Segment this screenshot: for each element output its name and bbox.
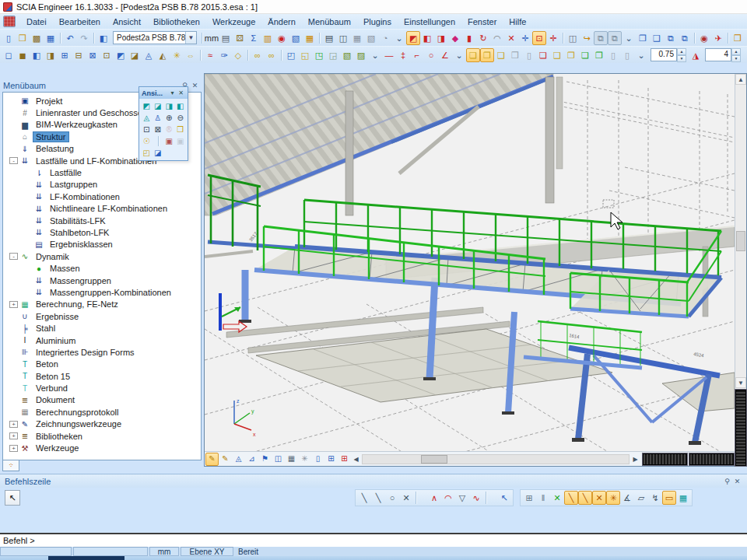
- toolbar-overflow-icon[interactable]: ⌄: [634, 48, 648, 62]
- 3d-scene[interactable]: 1614 4524 3617: [205, 74, 735, 451]
- separator[interactable]: [413, 491, 427, 505]
- tree-item[interactable]: ⇊ Stabilitäts-LFK: [5, 215, 201, 226]
- lock-nodes-icon[interactable]: ◆: [448, 31, 462, 45]
- tree-item[interactable]: T Verbund: [5, 382, 201, 394]
- scroll-right-icon[interactable]: ▶: [630, 453, 640, 465]
- move-crosshair-icon[interactable]: ✛: [546, 31, 560, 45]
- tree-expander-icon[interactable]: +: [9, 445, 18, 452]
- delete-filter-icon[interactable]: ✕: [504, 31, 518, 45]
- toolbar-overflow-icon[interactable]: ⌄: [368, 48, 382, 62]
- separator[interactable]: [279, 49, 284, 61]
- visibility-folder-icon[interactable]: ❒: [175, 124, 186, 135]
- snap-intersection-icon[interactable]: ✕: [399, 491, 413, 505]
- export-folder-icon[interactable]: ❒: [731, 31, 745, 45]
- activity-column-off-icon[interactable]: ◲: [326, 48, 340, 62]
- dim-aligned-icon[interactable]: ⌐: [410, 48, 424, 62]
- tree-item[interactable]: ╞ Stahl: [5, 322, 201, 334]
- view-y-icon[interactable]: ◪: [153, 100, 163, 112]
- close-icon[interactable]: ✕: [190, 82, 200, 89]
- scroll-left-icon[interactable]: ◀: [351, 453, 361, 465]
- printer-icon[interactable]: ▤: [322, 31, 336, 45]
- snap-tangent-icon[interactable]: ▽: [455, 491, 469, 505]
- redo-icon[interactable]: ↷: [77, 31, 91, 45]
- label-h1-icon[interactable]: ▯: [606, 48, 620, 62]
- effects-icon[interactable]: ✳: [298, 453, 311, 466]
- render-solid-icon[interactable]: ❑: [494, 48, 508, 62]
- separator[interactable]: [198, 49, 203, 61]
- gallery-icon[interactable]: ▧: [289, 31, 303, 45]
- tree-expander-icon[interactable]: -: [9, 253, 18, 260]
- link-1-icon[interactable]: ∞: [251, 48, 265, 62]
- menu-item[interactable]: Fenster: [461, 16, 503, 28]
- dim-vertical-icon[interactable]: ‡: [396, 48, 410, 62]
- scale-spinner[interactable]: 0.75 ▲▼: [651, 48, 686, 61]
- spinner-buttons[interactable]: ▲▼: [731, 48, 741, 61]
- snap-endpoint-icon[interactable]: ╲: [357, 491, 371, 505]
- layout-icon[interactable]: ▯: [311, 453, 324, 466]
- history-icon[interactable]: ◔: [378, 31, 392, 45]
- render-hidden-icon[interactable]: ❒: [508, 48, 522, 62]
- count-spinner-value[interactable]: 4: [705, 48, 731, 61]
- polygon-snap-icon[interactable]: ▱: [634, 491, 648, 505]
- level-icon[interactable]: ⊿: [245, 453, 258, 466]
- vscroll-thumb[interactable]: [736, 231, 745, 251]
- batch-icon[interactable]: ▦: [285, 453, 298, 466]
- tree-item[interactable]: ⊪ Integriertes Design Forms: [5, 346, 201, 358]
- grid-red-icon[interactable]: ⊞: [338, 453, 351, 466]
- view-z-icon[interactable]: ◨: [163, 100, 174, 112]
- dim-line-icon[interactable]: ⇔: [184, 48, 198, 62]
- spin-up-icon[interactable]: ▲: [677, 48, 686, 55]
- separator[interactable]: [725, 32, 731, 44]
- project-combo[interactable]: Podest2a PSB B.78 ▼: [113, 31, 197, 44]
- count-spinner[interactable]: 4 ▲▼: [705, 48, 741, 61]
- extend-icon[interactable]: ⊡: [100, 48, 114, 62]
- tree-expander-icon[interactable]: [9, 145, 18, 152]
- view-axo-icon[interactable]: ◧: [175, 100, 186, 112]
- tree-item[interactable]: + ≣ Bibliotheken: [5, 430, 201, 442]
- view-palette-header[interactable]: Ansi... ▾ ✕: [139, 87, 188, 99]
- tree-item[interactable]: ⇊ Massengruppen: [5, 275, 201, 286]
- close-icon[interactable]: ✕: [177, 89, 185, 96]
- separator[interactable]: [91, 32, 96, 44]
- tree-expander-icon[interactable]: [9, 361, 18, 368]
- save-icon[interactable]: ▦: [44, 31, 58, 45]
- link-2-icon[interactable]: ∞: [265, 48, 279, 62]
- stretch-icon[interactable]: ⊟: [72, 48, 86, 62]
- tree-item[interactable]: T Beton 15: [5, 370, 201, 382]
- status-plane[interactable]: Ebene XY: [181, 547, 233, 556]
- rotate-icon[interactable]: ◨: [44, 48, 58, 62]
- trim-icon[interactable]: ⊠: [86, 48, 100, 62]
- menu-item[interactable]: Ansicht: [107, 16, 147, 28]
- tree-expander-icon[interactable]: [9, 97, 18, 104]
- screenshot-1-icon[interactable]: ▣: [163, 135, 174, 147]
- command-input[interactable]: [0, 534, 747, 547]
- print-preview-icon[interactable]: ◫: [336, 31, 350, 45]
- member-data-icon[interactable]: ▮: [462, 31, 476, 45]
- snap-endpoint-on-icon[interactable]: ╲: [564, 491, 578, 505]
- view-triangle-icon[interactable]: ◬: [232, 453, 245, 466]
- render-wireframe-icon[interactable]: ❏: [466, 48, 480, 62]
- separator[interactable]: [317, 32, 322, 44]
- tree-expander-icon[interactable]: [23, 181, 32, 188]
- tree-item[interactable]: + ⚒ Werkzeuge: [5, 442, 201, 453]
- tree-expander-icon[interactable]: [23, 277, 32, 284]
- node-numbers-icon[interactable]: ◨: [434, 31, 448, 45]
- tree-item[interactable]: ⇊ Stahlbeton-LFK: [5, 226, 201, 238]
- raster-lines-icon[interactable]: ‖: [536, 491, 550, 505]
- show-node-zero-icon[interactable]: ⊡: [532, 31, 546, 45]
- star-snap-icon[interactable]: ✳: [170, 48, 184, 62]
- status-units[interactable]: mm: [149, 547, 179, 556]
- intersect-icon[interactable]: ◭: [156, 48, 170, 62]
- tree-expander-icon[interactable]: [9, 121, 18, 128]
- tree-expander-icon[interactable]: [23, 241, 32, 248]
- save-all-icon[interactable]: ▩: [30, 31, 44, 45]
- copy-window-icon[interactable]: ❐: [636, 31, 650, 45]
- select-cursor-icon[interactable]: ↖: [497, 491, 511, 505]
- draw-0a-icon[interactable]: ✎: [205, 453, 219, 466]
- tree-item[interactable]: ⇊ Nichtlineare LF-Kombinationen: [5, 203, 201, 215]
- view-camera-icon[interactable]: ◬: [141, 112, 152, 124]
- scale-spinner-value[interactable]: 0.75: [651, 48, 677, 61]
- tree-tab-icon[interactable]: ⁘: [2, 460, 19, 471]
- spinner-buttons[interactable]: ▲▼: [677, 48, 686, 61]
- area-select-icon[interactable]: ◇: [231, 48, 245, 62]
